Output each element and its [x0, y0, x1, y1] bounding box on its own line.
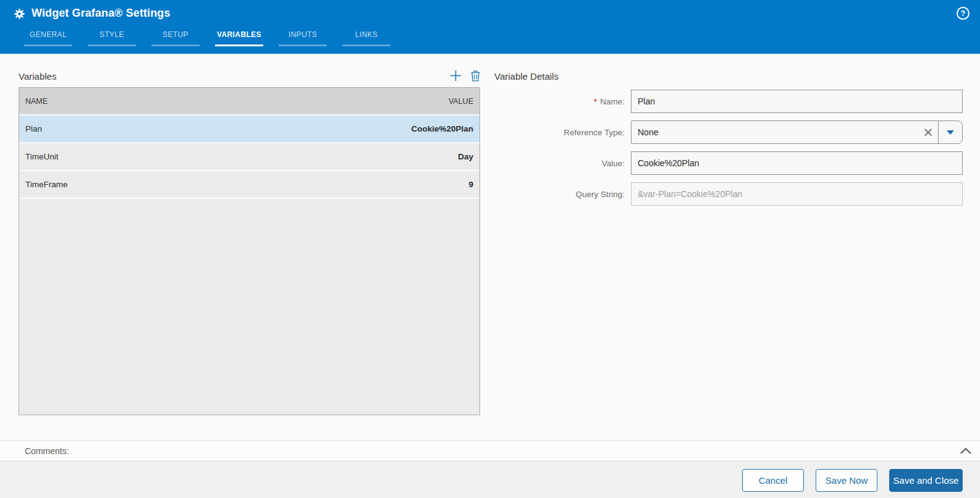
help-icon[interactable]: ?: [957, 7, 969, 20]
add-variable-icon[interactable]: [450, 70, 462, 82]
tab-setup[interactable]: SETUP: [151, 30, 200, 46]
chevron-down-icon: [947, 130, 954, 135]
reference-type-value: None: [632, 127, 918, 137]
column-header-name: NAME: [25, 97, 48, 106]
column-header-value: VALUE: [449, 97, 473, 106]
dialog-title: Widget Grafana® Settings: [32, 7, 171, 20]
variables-table: NAME VALUE Plan Cookie%20Plan TimeUnit D…: [19, 87, 480, 415]
table-row-timeframe[interactable]: TimeFrame 9: [19, 171, 479, 199]
required-asterisk: *: [594, 97, 597, 106]
table-row-timeunit[interactable]: TimeUnit Day: [19, 143, 479, 171]
query-string-label: Query String:: [494, 190, 631, 199]
value-field[interactable]: [631, 151, 963, 175]
save-now-button[interactable]: Save Now: [816, 469, 877, 492]
table-row-plan[interactable]: Plan Cookie%20Plan: [19, 116, 479, 143]
reference-type-dropdown[interactable]: None ×: [631, 120, 963, 144]
query-string-field: [631, 182, 963, 206]
comments-label: Comments:: [25, 446, 69, 456]
tab-general[interactable]: GENERAL: [24, 30, 72, 46]
value-field-label: Value:: [494, 159, 631, 168]
chevron-up-icon: [961, 449, 971, 454]
gear-icon: [14, 9, 25, 19]
comments-bar: Comments:: [0, 441, 980, 462]
variable-details-panel: Variable Details *Name: Reference Type: …: [494, 64, 963, 213]
collapse-comments-button[interactable]: [960, 448, 971, 454]
footer-bar: Cancel Save Now Save and Close: [0, 462, 980, 498]
tab-bar: GENERAL STYLE SETUP VARIABLES INPUTS LIN…: [24, 30, 391, 46]
reference-type-label: Reference Type:: [494, 128, 631, 137]
variables-panel-title: Variables: [19, 71, 56, 82]
tab-links[interactable]: LINKS: [342, 30, 391, 46]
variables-table-header: NAME VALUE: [19, 88, 479, 116]
variables-panel: Variables NAME VALUE Plan Cookie%20: [19, 64, 480, 415]
variable-details-title: Variable Details: [494, 71, 559, 82]
cancel-button[interactable]: Cancel: [742, 469, 804, 492]
name-field[interactable]: [631, 90, 963, 113]
delete-variable-icon[interactable]: [471, 70, 480, 82]
clear-icon[interactable]: ×: [918, 125, 938, 140]
tab-variables[interactable]: VARIABLES: [215, 30, 263, 46]
dialog-header: Widget Grafana® Settings ? GENERAL STYLE…: [0, 0, 980, 54]
tab-inputs[interactable]: INPUTS: [279, 30, 327, 46]
save-and-close-button[interactable]: Save and Close: [889, 469, 963, 492]
name-field-label: *Name:: [494, 97, 631, 106]
dropdown-button[interactable]: [938, 121, 962, 143]
tab-style[interactable]: STYLE: [88, 30, 136, 46]
